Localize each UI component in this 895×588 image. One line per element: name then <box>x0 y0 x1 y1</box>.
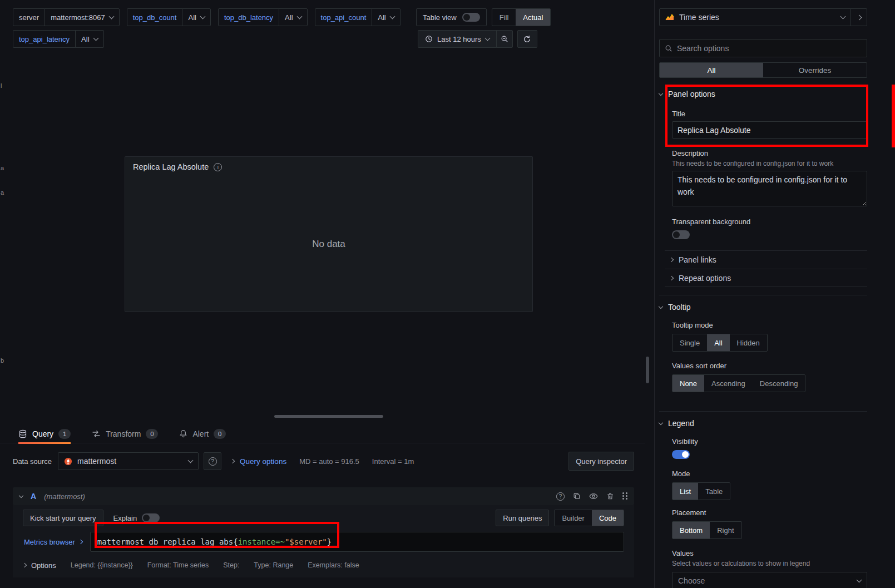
hide-response-eye-icon[interactable] <box>589 492 598 501</box>
metrics-browser-button[interactable]: Metrics browser <box>23 538 88 546</box>
query-help-icon[interactable]: ? <box>556 492 565 501</box>
datasource-row: Data source mattermost ? Query options M… <box>13 452 634 471</box>
panel-header: Replica Lag Absolute i <box>125 157 532 177</box>
step-summary: Step: <box>223 561 239 569</box>
explain-label: Explain <box>113 514 137 522</box>
tab-query[interactable]: Query 1 <box>18 424 71 443</box>
variable-value-dropdown[interactable]: All <box>75 30 103 48</box>
options-label: Options <box>31 561 56 570</box>
time-range-picker[interactable]: Last 12 hours <box>418 30 497 48</box>
code-mode-option[interactable]: Code <box>592 510 624 526</box>
table-view-toggle[interactable] <box>462 13 480 22</box>
tab-all[interactable]: All <box>660 63 763 77</box>
chevron-down-icon <box>840 14 846 19</box>
explain-control: Explain <box>113 513 160 522</box>
panel-links-collapse[interactable]: Panel links <box>665 250 867 269</box>
refresh-dashboard-button[interactable] <box>517 30 537 48</box>
kick-start-query-button[interactable]: Kick start your query <box>23 510 103 526</box>
tab-count-badge: 0 <box>146 429 158 439</box>
explain-toggle[interactable] <box>142 513 160 522</box>
builder-mode-option[interactable]: Builder <box>555 510 591 526</box>
panel-options-body: Title Description This needs to be confi… <box>659 110 867 241</box>
sort-descending[interactable]: Descending <box>753 375 805 392</box>
variable-value-dropdown[interactable]: All <box>182 8 210 26</box>
variable-value-dropdown[interactable]: All <box>279 8 307 26</box>
legend-values-select[interactable]: Choose <box>672 572 867 588</box>
tooltip-mode-hidden[interactable]: Hidden <box>730 334 767 351</box>
chevron-down-icon <box>93 36 98 41</box>
datasource-picker[interactable]: mattermost <box>58 452 199 470</box>
placement-bottom[interactable]: Bottom <box>673 522 710 538</box>
metric-name: mattermost_db_replica_lag_abs <box>97 537 233 546</box>
legend-visibility-toggle[interactable] <box>672 450 690 459</box>
query-row-header[interactable]: A (mattermost) ? <box>13 487 634 505</box>
section-legend[interactable]: Legend <box>659 411 867 429</box>
repeat-options-label: Repeat options <box>679 274 731 283</box>
tab-count-badge: 0 <box>214 429 226 439</box>
chevron-right-icon <box>856 14 862 20</box>
repeat-options-collapse[interactable]: Repeat options <box>665 269 867 287</box>
transparent-background-toggle[interactable] <box>672 230 690 239</box>
section-tooltip[interactable]: Tooltip <box>659 295 867 313</box>
tab-transform[interactable]: Transform 0 <box>92 424 158 443</box>
options-filter-tabs: All Overrides <box>659 62 867 78</box>
chevron-right-icon <box>78 540 83 544</box>
search-options-input[interactable] <box>677 44 862 53</box>
tab-overrides[interactable]: Overrides <box>763 63 867 77</box>
editor-mode-group: Builder Code <box>554 510 624 526</box>
fill-option[interactable]: Fill <box>492 9 516 26</box>
legend-mode-table[interactable]: Table <box>698 483 730 500</box>
view-controls: Table view Fill Actual <box>416 8 551 26</box>
collapse-options-pane-button[interactable] <box>851 8 867 26</box>
datasource-help-button[interactable]: ? <box>204 452 221 470</box>
section-panel-options[interactable]: Panel options <box>659 87 867 101</box>
pane-resize-handle[interactable] <box>274 415 383 418</box>
query-inspector-button[interactable]: Query inspector <box>568 452 634 471</box>
duplicate-query-icon[interactable] <box>573 492 581 500</box>
query-options-toggle[interactable]: Query options <box>231 457 286 466</box>
tooltip-mode-group: Single All Hidden <box>672 334 768 352</box>
values-sort-order-label: Values sort order <box>672 362 867 370</box>
values-sort-order-group: None Ascending Descending <box>672 374 805 392</box>
description-label: Description <box>672 149 867 157</box>
chevron-down-icon <box>484 36 490 41</box>
variable-label: server <box>13 8 45 26</box>
dashboard-panel[interactable]: Replica Lag Absolute i No data <box>125 156 533 312</box>
promql-expression-input[interactable]: mattermost_db_replica_lag_abs{instance=~… <box>90 532 624 552</box>
visualization-picker[interactable]: Time series <box>659 8 851 26</box>
legend-mode-list[interactable]: List <box>673 483 698 500</box>
options-collapse-toggle[interactable]: Options <box>23 561 56 570</box>
panel-description-textarea[interactable]: This needs to be configured in config.js… <box>672 171 867 206</box>
variable-value: mattermost:8067 <box>51 13 105 22</box>
interval-summary: Interval = 1m <box>372 457 414 466</box>
variable-top-api-latency: top_api_latency All <box>13 30 104 48</box>
variable-value-dropdown[interactable]: All <box>372 8 400 26</box>
zoom-out-time-button[interactable] <box>496 30 513 48</box>
tooltip-mode-all[interactable]: All <box>707 334 729 351</box>
sort-none[interactable]: None <box>673 375 704 392</box>
panel-title: Replica Lag Absolute <box>133 162 209 171</box>
transparent-background-label: Transparent background <box>672 218 867 226</box>
tab-label: Alert <box>192 429 209 438</box>
actual-option[interactable]: Actual <box>516 9 550 26</box>
chevron-down-icon <box>19 493 23 497</box>
variable-value: All <box>188 13 196 22</box>
panel-options-sidebar: Time series All Overrides Panel options <box>654 0 895 588</box>
legend-values-placeholder: Choose <box>678 576 705 585</box>
legend-values-help: Select values or calculations to show in… <box>672 560 867 567</box>
sort-ascending[interactable]: Ascending <box>704 375 753 392</box>
variable-value: All <box>81 35 89 43</box>
question-circle-icon: ? <box>209 457 217 466</box>
remove-query-trash-icon[interactable] <box>606 492 614 500</box>
query-toolbar: Kick start your query Explain Run querie… <box>23 510 624 526</box>
scrollbar-thumb[interactable] <box>646 357 649 383</box>
drag-handle-icon[interactable] <box>622 492 627 500</box>
tab-alert[interactable]: Alert 0 <box>179 424 226 443</box>
variable-server: server mattermost:8067 <box>13 8 120 26</box>
search-icon <box>665 45 673 52</box>
panel-title-input[interactable] <box>672 121 867 139</box>
placement-right[interactable]: Right <box>710 522 741 538</box>
variable-value-dropdown[interactable]: mattermost:8067 <box>44 8 120 26</box>
run-queries-button[interactable]: Run queries <box>496 510 549 526</box>
tooltip-mode-single[interactable]: Single <box>673 334 707 351</box>
